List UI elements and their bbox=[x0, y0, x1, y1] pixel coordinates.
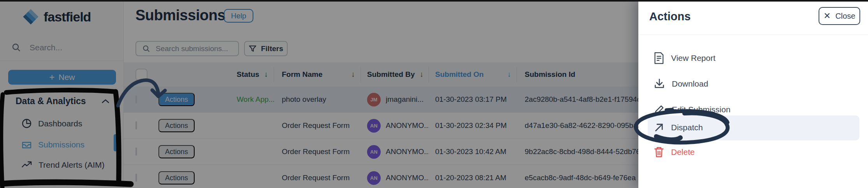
arrow-up-right-icon bbox=[654, 122, 664, 133]
panel-divider bbox=[638, 34, 868, 35]
pencil-icon bbox=[654, 104, 665, 115]
menu-item-view-report[interactable]: View Report bbox=[654, 52, 715, 64]
menu-item-edit-submission[interactable]: Edit Submission bbox=[654, 104, 731, 115]
actions-panel-title: Actions bbox=[649, 10, 691, 23]
close-icon: ✕ bbox=[824, 12, 831, 20]
menu-item-dispatch[interactable]: Dispatch bbox=[654, 122, 703, 133]
close-button[interactable]: ✕ Close bbox=[819, 7, 860, 25]
trash-icon bbox=[654, 147, 664, 158]
app-window: fastfield Search... + New Data & Analyti… bbox=[0, 0, 868, 188]
document-icon bbox=[654, 52, 664, 64]
menu-item-download[interactable]: Download bbox=[654, 78, 708, 89]
top-edge-bar bbox=[0, 0, 868, 2]
menu-item-delete[interactable]: Delete bbox=[654, 147, 695, 158]
download-icon bbox=[654, 78, 665, 89]
modal-dim-overlay[interactable] bbox=[0, 0, 638, 188]
actions-panel: Actions ✕ Close View Report Download bbox=[638, 0, 868, 188]
